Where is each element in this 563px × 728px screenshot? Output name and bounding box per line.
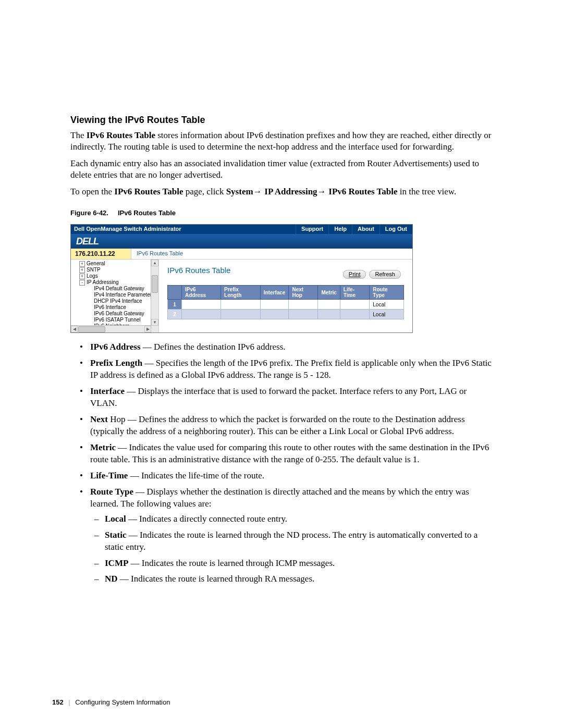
- intro-para-1: The IPv6 Routes Table stores information…: [70, 130, 493, 153]
- nav-support[interactable]: Support: [296, 225, 328, 234]
- col-header: Interface: [260, 286, 289, 300]
- col-header: IPv6 Address: [182, 286, 221, 300]
- col-header: Route Type: [370, 286, 404, 300]
- brand-bar: DELL: [71, 234, 412, 249]
- field-text: — Indicates the route is learned through…: [105, 530, 478, 552]
- tree-item-label: DHCP IPv4 Interface: [94, 298, 142, 304]
- field-text: — Displays whether the destination is di…: [90, 487, 469, 509]
- scroll-right-icon[interactable]: ▶: [144, 326, 151, 332]
- tree-vscroll[interactable]: ▲ ▼: [151, 260, 158, 332]
- tree-item-label: IPv4 Interface Parameters: [94, 292, 154, 298]
- page-number: 152: [52, 698, 64, 706]
- nav-logout[interactable]: Log Out: [380, 225, 412, 234]
- nav-tree[interactable]: +General+SNTP+Logs-IP AddressingIPv4 Def…: [71, 260, 159, 332]
- cell: [182, 310, 221, 319]
- field-text: — Indicates the value used for comparing…: [90, 442, 489, 464]
- col-header: Next Hop: [289, 286, 318, 300]
- app-title: Dell OpenManage Switch Administrator: [71, 225, 296, 234]
- table-row: 1Local: [168, 300, 404, 310]
- figure-number: Figure 6-42.: [70, 209, 108, 217]
- tree-item[interactable]: IPv4 Default Gateway: [71, 286, 158, 292]
- figure-screenshot: Dell OpenManage Switch Administrator Sup…: [70, 224, 413, 333]
- field-text: — Indicates the route is learned through…: [118, 574, 315, 584]
- content-pane: IPv6 Routes Table Print Refresh IPv6 Add…: [159, 260, 412, 332]
- page-crumb: IPv6 Routes Table: [131, 249, 188, 259]
- cell: [260, 310, 289, 319]
- list-item: Static — Indicates the route is learned …: [105, 529, 493, 553]
- tree-item-label: SNTP: [87, 267, 101, 273]
- tree-item-label: IPv6 Default Gateway: [94, 311, 144, 316]
- arrow-icon: →: [253, 187, 265, 196]
- list-item: Metric — Indicates the value used for co…: [90, 442, 493, 466]
- tree-item[interactable]: IPv4 Interface Parameters: [71, 292, 158, 298]
- expand-icon[interactable]: +: [79, 261, 85, 267]
- nav-about[interactable]: About: [352, 225, 380, 234]
- cell: [260, 300, 289, 310]
- footer-separator: |: [68, 698, 70, 706]
- list-item: ICMP — Indicates the route is learned th…: [105, 558, 493, 570]
- field-text: — Defines the destination IPv6 address.: [141, 342, 286, 352]
- scroll-thumb[interactable]: [152, 275, 158, 293]
- field-term: IPv6 Address: [90, 342, 141, 352]
- cell: [340, 310, 369, 319]
- tree-item[interactable]: +Logs: [71, 273, 158, 279]
- field-term: ND: [105, 574, 118, 584]
- text: page, click: [183, 187, 226, 196]
- text: To open the: [70, 187, 114, 196]
- scroll-down-icon[interactable]: ▼: [151, 319, 158, 326]
- col-header: [168, 286, 182, 300]
- tree-item-label: IP Addressing: [87, 279, 119, 285]
- collapse-icon[interactable]: -: [79, 280, 85, 286]
- page-footer: 152 | Configuring System Information: [52, 698, 170, 706]
- cell: Local: [370, 310, 404, 319]
- tree-hscroll[interactable]: ◀ ▶: [71, 325, 151, 332]
- field-term: Prefix Length: [90, 358, 142, 368]
- tree-item[interactable]: DHCP IPv4 Interface: [71, 298, 158, 304]
- list-item: Prefix Length — Specifies the length of …: [90, 357, 493, 381]
- tree-item[interactable]: IPv6 Interface: [71, 304, 158, 311]
- table-row: 2Local: [168, 310, 404, 319]
- print-button[interactable]: Print: [343, 270, 366, 279]
- list-item: Interface — Displays the interface that …: [90, 386, 493, 410]
- text: The: [70, 130, 87, 140]
- field-descriptions: IPv6 Address — Defines the destination I…: [70, 341, 493, 585]
- field-term: Next: [90, 414, 108, 424]
- tree-item-label: IPv4 Default Gateway: [94, 286, 144, 291]
- cell: [182, 300, 221, 310]
- nav-help[interactable]: Help: [328, 225, 352, 234]
- cell: [318, 300, 340, 310]
- tree-item[interactable]: IPv6 Default Gateway: [71, 311, 158, 317]
- figure-caption: Figure 6-42.IPv6 Routes Table: [70, 209, 493, 217]
- field-term: Local: [105, 514, 126, 524]
- field-text: — Displays the interface that is used to…: [90, 386, 467, 408]
- tree-item[interactable]: IPv6 ISATAP Tunnel: [71, 317, 158, 323]
- tree-item[interactable]: -IP Addressing: [71, 279, 158, 286]
- tree-item[interactable]: +SNTP: [71, 267, 158, 273]
- field-term: Life-Time: [90, 471, 128, 480]
- scroll-up-icon[interactable]: ▲: [151, 260, 158, 266]
- term: IPv6 Routes Table: [87, 130, 155, 140]
- field-term: Route Type: [90, 487, 133, 497]
- breadcrumb: 176.210.11.22 IPv6 Routes Table: [71, 249, 412, 260]
- expand-icon[interactable]: +: [79, 267, 85, 273]
- field-text: — Specifies the length of the IPv6 prefi…: [90, 358, 492, 380]
- term: IPv6 Routes Table: [114, 187, 183, 196]
- app-titlebar: Dell OpenManage Switch Administrator Sup…: [71, 225, 412, 234]
- scroll-thumb[interactable]: [78, 326, 105, 332]
- cell: [221, 310, 261, 319]
- field-term: Static: [105, 530, 127, 540]
- field-term: ICMP: [105, 558, 128, 568]
- field-term: Metric: [90, 442, 116, 452]
- tree-item[interactable]: +General: [71, 261, 158, 267]
- tree-item-label: Logs: [87, 273, 98, 279]
- refresh-button[interactable]: Refresh: [369, 270, 401, 279]
- expand-icon[interactable]: +: [79, 274, 85, 279]
- field-text: — Indicates the route is learned through…: [128, 558, 335, 568]
- field-text: — Indicates a directly connected route e…: [126, 514, 288, 524]
- routes-table: IPv6 AddressPrefix LengthInterfaceNext H…: [167, 285, 404, 319]
- chapter-name: Configuring System Information: [75, 698, 170, 706]
- field-text: — Indicates the life-time of the route.: [128, 471, 264, 480]
- text: in the tree view.: [398, 187, 457, 196]
- scroll-left-icon[interactable]: ◀: [71, 326, 78, 332]
- cell: [289, 310, 318, 319]
